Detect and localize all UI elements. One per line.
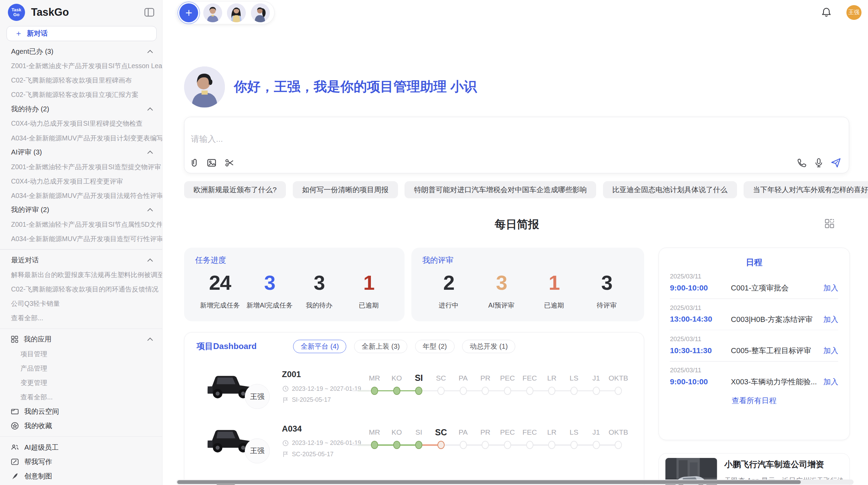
user-avatar[interactable]: 王强	[846, 5, 861, 20]
news-title: 小鹏飞行汽车制造公司增资	[724, 459, 843, 470]
sidebar-item[interactable]: C02-飞腾新能源轻客改款项目立项汇报方案	[0, 87, 162, 102]
recent-conversation[interactable]: 解释最新出台的欧盟报废车法规再生塑料比例被调至15%...	[0, 268, 162, 282]
image-icon[interactable]	[206, 158, 217, 168]
apps-view-all[interactable]: 查看全部...	[0, 390, 162, 404]
app-link-project-mgmt[interactable]: 项目管理	[0, 347, 162, 361]
app-link-change-mgmt[interactable]: 变更管理	[0, 375, 162, 390]
event-date: 2025/03/11	[670, 335, 838, 343]
sidebar-item-help-write[interactable]: 帮我写作	[0, 455, 162, 469]
suggestion-chip[interactable]: 欧洲新规最近颁布了什么?	[184, 181, 286, 198]
collapse-sidebar-icon[interactable]	[144, 8, 154, 17]
view-all-schedule-link[interactable]: 查看所有日程	[659, 396, 849, 406]
schedule-event: 2025/03/11 13:00-14:30 C003|H0B-方案冻结评审 加…	[659, 299, 849, 324]
recent-conversation[interactable]: C02-飞腾新能源轻客改款项目的闭环通告反馈情况	[0, 282, 162, 296]
sidebar-item-cloud-space[interactable]: 我的云空间	[0, 404, 162, 419]
dashboard-tabs: 全新平台 (4) 全新上装 (3) 年型 (2) 动总开发 (1)	[293, 340, 515, 353]
event-date: 2025/03/11	[670, 273, 838, 280]
sidebar-item[interactable]: Z001-全新燃油轻卡产品开发项目SI造型提交物评审	[0, 160, 162, 174]
project-dashboard-card: 项目Dashboard 全新平台 (4) 全新上装 (3) 年型 (2) 动总开…	[184, 332, 644, 485]
sidebar-item[interactable]: A034-全新新能源MUV产品开发项目计划变更表编写	[0, 131, 162, 145]
my-review-card: 我的评审 2进行中 3AI预评审 1已逾期 3待评审	[411, 248, 644, 321]
composer-right-icons	[796, 158, 841, 168]
scissors-icon[interactable]	[224, 158, 235, 168]
sidebar-item-creative-draw[interactable]: 创意制图	[0, 469, 162, 483]
send-icon[interactable]	[831, 158, 841, 168]
suggestion-chip[interactable]: 特朗普可能对进口汽车增税会对中国车企造成哪些影响	[405, 181, 596, 198]
join-link[interactable]: 加入	[823, 314, 839, 324]
tab-new-body[interactable]: 全新上装 (3)	[354, 340, 407, 353]
sidebar-item[interactable]: Z001-全新燃油皮卡产品开发项目SI节点Lesson Learn报告	[0, 59, 162, 73]
sidebar-section-my-todo[interactable]: 我的待办 (2)	[0, 102, 162, 116]
project-flag-date: SI-2025-05-17	[282, 396, 331, 403]
divider	[0, 249, 162, 250]
sidebar-section-ai-review[interactable]: AI评审 (3)	[0, 145, 162, 160]
event-date: 2025/03/11	[670, 304, 838, 312]
sidebar-item[interactable]: C0X4-动力总成开发项目SI里程碑提交物检查	[0, 116, 162, 130]
recent-view-all[interactable]: 查看全部...	[0, 311, 162, 325]
horizontal-scrollbar-track[interactable]	[176, 480, 854, 485]
recent-conversation[interactable]: 公司Q3轻卡销量	[0, 296, 162, 311]
sidebar-item[interactable]: A034-全新新能源MUV产品开发项目法规符合性评审	[0, 188, 162, 203]
schedule-event: 2025/03/11 10:30-11:30 C005-整车工程目标评审 加入	[659, 330, 849, 356]
milestone-dot	[607, 440, 629, 449]
add-agent-button[interactable]: ＋	[179, 3, 198, 22]
my-review-title: 我的评审	[422, 255, 633, 265]
new-chat-label: 新对话	[27, 29, 48, 38]
sidebar-section-agent-done[interactable]: Agent已办 (3)	[0, 44, 162, 59]
layout-grid-icon[interactable]	[825, 219, 834, 228]
suggestion-chip[interactable]: 当下年轻人对汽车外观有怎样的喜好趋势	[744, 181, 868, 198]
new-chat-button[interactable]: ＋ 新对话	[7, 26, 156, 41]
event-name: C003|H0B-方案冻结评审	[723, 314, 820, 324]
agent-avatar-3[interactable]	[251, 3, 270, 22]
schedule-title: 日程	[659, 257, 849, 268]
sidebar-section-recent[interactable]: 最近对话	[0, 253, 162, 268]
join-link[interactable]: 加入	[823, 377, 839, 387]
assistant-avatar	[184, 66, 225, 108]
join-link[interactable]: 加入	[823, 283, 839, 293]
message-composer[interactable]	[184, 117, 849, 173]
tab-year-model[interactable]: 年型 (2)	[415, 340, 455, 353]
chat-input[interactable]	[190, 134, 689, 145]
chevron-up-icon	[147, 107, 153, 111]
stat-my-todo: 3我的待办	[294, 271, 344, 310]
taskgo-logo: Task Go	[8, 4, 25, 21]
suggestion-chip[interactable]: 如何写一份清晰的项目周报	[293, 181, 398, 198]
milestone-track: MR KO SI SC PA PR PEC FEC LR LS J1 OKTB	[363, 426, 629, 449]
sidebar-section-my-review[interactable]: 我的评审 (2)	[0, 203, 162, 217]
tab-powertrain[interactable]: 动总开发 (1)	[462, 340, 515, 353]
sidebar-header: Task Go TaskGo	[0, 0, 162, 24]
stat-pending-review: 3待评审	[580, 271, 633, 310]
sidebar-item[interactable]: A034-全新新能源MUV产品开发项目造型可行性评审	[0, 232, 162, 246]
phone-call-icon[interactable]	[796, 158, 807, 168]
microphone-icon[interactable]	[813, 158, 824, 168]
suggestion-chips: 欧洲新规最近颁布了什么? 如何写一份清晰的项目周报 特朗普可能对进口汽车增税会对…	[184, 181, 850, 198]
join-link[interactable]: 加入	[823, 346, 839, 356]
sidebar-item[interactable]: Z001-全新燃油轻卡产品开发项目SI节点属性5D文件评审	[0, 217, 162, 232]
agent-avatar-2[interactable]	[227, 3, 246, 22]
sidebar-item[interactable]: C0X4-动力总成开发项目工程变更评审	[0, 174, 162, 188]
project-code: Z001	[282, 370, 301, 379]
chevron-up-icon	[147, 337, 153, 341]
write-icon	[11, 458, 19, 466]
clock-icon	[282, 386, 289, 392]
divider	[0, 328, 162, 329]
agent-avatar-1[interactable]	[203, 3, 222, 22]
horizontal-scrollbar-thumb[interactable]	[177, 480, 801, 484]
project-row-z001[interactable]: 王强 Z001 2023-12-19 ~ 2027-01-19 SI-2025-…	[184, 363, 644, 417]
sidebar-item-favorites[interactable]: 我的收藏	[0, 419, 162, 433]
schedule-event: 2025/03/11 9:00-10:00 C001-立项审批会 加入	[659, 268, 849, 293]
event-name: C005-整车工程目标评审	[723, 346, 820, 356]
project-row-a034[interactable]: 王强 A034 2023-12-19 ~ 2026-01-19 SC-2025-…	[184, 418, 644, 472]
chevron-up-icon	[147, 50, 153, 53]
sidebar-section-my-apps[interactable]: 我的应用	[0, 332, 162, 347]
app-link-product-mgmt[interactable]: 产品管理	[0, 361, 162, 375]
greeting-block: 你好，王强，我是你的项目管理助理 小识	[184, 66, 477, 108]
tab-new-platform[interactable]: 全新平台 (4)	[293, 340, 346, 353]
sidebar-item-ai-super-staff[interactable]: AI超级员工	[0, 440, 162, 455]
attachment-icon[interactable]	[189, 158, 200, 168]
notification-bell-icon[interactable]	[821, 7, 831, 18]
task-progress-title: 任务进度	[195, 255, 394, 265]
logo-line1: Task	[11, 8, 21, 12]
suggestion-chip[interactable]: 比亚迪全固态电池计划具体说了什么	[603, 181, 737, 198]
sidebar-item[interactable]: C02-飞腾新能源轻客改款项目里程碑画布	[0, 73, 162, 87]
